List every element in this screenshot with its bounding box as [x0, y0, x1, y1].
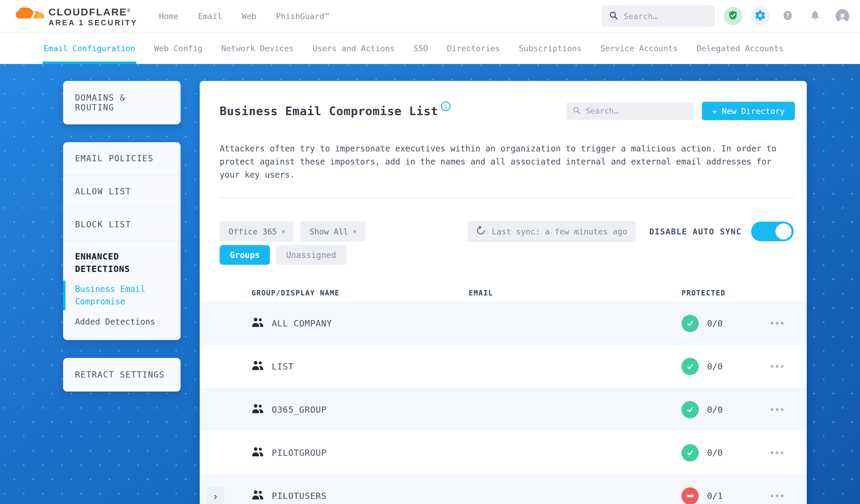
- tab-subscriptions[interactable]: Subscriptions: [519, 33, 582, 64]
- sidebar-item-added-detections[interactable]: Added Detections: [75, 316, 169, 328]
- top-nav-home[interactable]: Home: [159, 12, 178, 21]
- disable-auto-sync-label: DISABLE AUTO SYNC: [649, 227, 742, 236]
- sidebar-item-email-policies[interactable]: EMAIL POLICIES: [63, 142, 181, 175]
- top-nav-web[interactable]: Web: [242, 12, 256, 21]
- sidebar-item-retract-settings[interactable]: RETRACT SETTINGS: [63, 358, 181, 391]
- settings-button[interactable]: [751, 7, 770, 25]
- main-panel: Business Email Compromise List i + New D…: [200, 81, 807, 504]
- search-icon: [609, 11, 618, 21]
- group-name-cell: PILOTGROUP: [252, 446, 469, 459]
- protected-count: 0/0: [707, 361, 722, 372]
- tab-delegated-accounts[interactable]: Delegated Accounts: [697, 33, 784, 64]
- row-menu-button[interactable]: [771, 451, 807, 454]
- sidebar-item-enhanced-detections[interactable]: ENHANCED DETECTIONS: [75, 250, 169, 275]
- notifications-bell-icon: [809, 10, 821, 23]
- chevron-down-icon: ▼: [353, 228, 356, 235]
- auto-sync-toggle[interactable]: [751, 222, 794, 241]
- row-menu-button[interactable]: [771, 494, 807, 497]
- logo-text: CLOUDFLARE® AREA 1 SECURITY: [48, 5, 138, 27]
- tab-groups[interactable]: Groups: [220, 245, 270, 265]
- group-name-cell: PILOTUSERS: [252, 489, 469, 502]
- protected-count: 0/0: [707, 318, 722, 329]
- group-name: PILOTUSERS: [272, 491, 327, 501]
- account-button[interactable]: [833, 7, 852, 25]
- sidebar-item-allow-list[interactable]: ALLOW LIST: [63, 175, 181, 208]
- protected-check-icon: [682, 444, 699, 461]
- security-status-button[interactable]: [724, 7, 742, 25]
- logo-product-name: AREA 1 SECURITY: [48, 18, 138, 27]
- table-row: ALL COMPANY 0/0: [200, 302, 807, 345]
- tab-service-accounts[interactable]: Service Accounts: [601, 33, 678, 64]
- tab-users-and-actions[interactable]: Users and Actions: [313, 33, 395, 64]
- top-nav-email[interactable]: Email: [198, 12, 222, 21]
- protected-count: 0/1: [707, 491, 722, 501]
- svg-text:?: ?: [786, 12, 789, 19]
- sidebar-card-email-policies: EMAIL POLICIES ALLOW LIST BLOCK LIST ENH…: [63, 142, 181, 340]
- column-header-email: EMAIL: [469, 289, 682, 297]
- sidebar-item-domains-routing[interactable]: DOMAINS & ROUTING: [63, 81, 181, 124]
- panel-header: Business Email Compromise List i + New D…: [220, 102, 795, 120]
- logo-brand-name: CLOUDFLARE®: [48, 5, 138, 17]
- last-sync-status[interactable]: Last sync: a few minutes ago: [468, 221, 636, 242]
- page-title: Business Email Compromise List: [220, 104, 438, 118]
- group-people-icon: [252, 489, 264, 502]
- row-menu-button[interactable]: [771, 322, 807, 325]
- toggle-knob: [775, 224, 791, 240]
- table-row: O365_GROUP 0/0: [200, 388, 807, 431]
- section-nav: Email Configuration Web Config Network D…: [0, 32, 860, 64]
- list-tabs: Groups Unassigned: [220, 245, 807, 265]
- tab-web-config[interactable]: Web Config: [154, 33, 203, 64]
- protected-cell: 0/0: [682, 358, 771, 375]
- group-people-icon: [252, 403, 264, 416]
- directory-filter-dropdown[interactable]: Office 365 ▼: [220, 221, 294, 242]
- sidebar-group-enhanced-detections: ENHANCED DETECTIONS Business Email Compr…: [63, 241, 181, 340]
- notifications-button[interactable]: [806, 7, 824, 25]
- protected-check-icon: [682, 358, 699, 375]
- row-menu-button[interactable]: [771, 408, 807, 411]
- tab-directories[interactable]: Directories: [447, 33, 500, 64]
- group-people-icon: [252, 317, 264, 330]
- sidebar-item-block-list[interactable]: BLOCK LIST: [63, 208, 181, 241]
- cloudflare-logo[interactable]: CLOUDFLARE® AREA 1 SECURITY: [16, 5, 138, 27]
- sidebar: DOMAINS & ROUTING EMAIL POLICIES ALLOW L…: [63, 81, 181, 409]
- protected-count: 0/0: [707, 448, 722, 458]
- group-name: ALL COMPANY: [272, 318, 332, 329]
- global-search[interactable]: [602, 5, 715, 27]
- scope-filter-dropdown[interactable]: Show All ▼: [301, 221, 366, 242]
- groups-table: GROUP/DISPLAY NAME EMAIL PROTECTED ALL C…: [200, 285, 807, 504]
- row-menu-button[interactable]: [771, 365, 807, 368]
- expand-row-button[interactable]: ›: [207, 487, 224, 504]
- list-search-input[interactable]: [586, 106, 688, 115]
- protected-cell: 0/0: [682, 444, 771, 461]
- global-search-input[interactable]: [624, 12, 708, 21]
- group-people-icon: [252, 360, 264, 373]
- column-header-group-display-name: GROUP/DISPLAY NAME: [252, 289, 469, 297]
- security-shield-icon: [728, 10, 738, 22]
- chevron-down-icon: ▼: [282, 228, 285, 235]
- tab-sso[interactable]: SSO: [414, 33, 428, 64]
- top-nav: Home Email Web PhishGuard™: [159, 12, 329, 21]
- top-nav-phishguard[interactable]: PhishGuard™: [276, 12, 329, 21]
- scope-filter-value: Show All: [310, 227, 348, 236]
- table-row: PILOTGROUP 0/0: [200, 431, 807, 474]
- row-expander-cell: ›: [200, 487, 252, 504]
- protected-check-icon: [682, 315, 699, 332]
- new-directory-button[interactable]: + New Directory: [702, 102, 795, 120]
- tab-network-devices[interactable]: Network Devices: [221, 33, 294, 64]
- info-icon[interactable]: i: [441, 101, 450, 111]
- settings-gear-icon: [754, 10, 766, 23]
- sidebar-item-business-email-compromise[interactable]: Business Email Compromise: [75, 283, 169, 308]
- tab-unassigned[interactable]: Unassigned: [276, 245, 346, 265]
- protected-cell: 0/0: [682, 315, 771, 332]
- group-name-cell: O365_GROUP: [252, 403, 469, 416]
- tab-email-configuration[interactable]: Email Configuration: [43, 33, 135, 64]
- help-icon: ?: [782, 10, 794, 23]
- cloudflare-cloud-icon: [16, 5, 44, 27]
- table-header-row: GROUP/DISPLAY NAME EMAIL PROTECTED: [200, 285, 807, 302]
- group-name: PILOTGROUP: [272, 448, 327, 458]
- help-button[interactable]: ?: [778, 7, 797, 25]
- search-icon: [573, 106, 581, 116]
- group-name: LIST: [272, 361, 294, 372]
- list-search[interactable]: [567, 102, 694, 120]
- content-area: DOMAINS & ROUTING EMAIL POLICIES ALLOW L…: [0, 64, 860, 504]
